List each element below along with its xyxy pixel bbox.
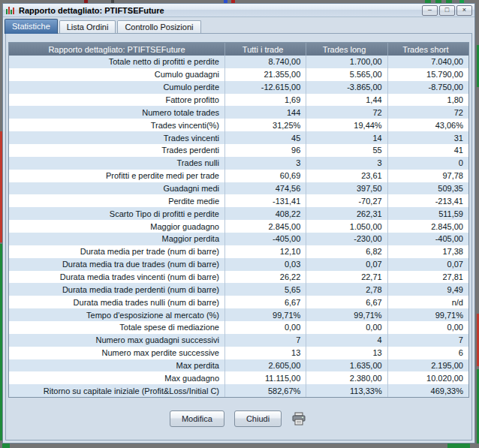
modifica-button[interactable]: Modifica bbox=[170, 410, 224, 427]
close-icon[interactable]: × bbox=[456, 5, 472, 16]
row-value: 72 bbox=[387, 106, 468, 119]
row-value: 2.605,00 bbox=[224, 359, 306, 372]
table-row: Maggior perdita-405,00-230,00-405,00 bbox=[9, 233, 468, 245]
row-label: Trades vincenti(%) bbox=[9, 119, 224, 131]
row-value: 6,67 bbox=[306, 296, 387, 308]
row-label: Max guadagno bbox=[9, 371, 224, 384]
row-value: 2.845,00 bbox=[387, 220, 468, 233]
table-row: Durata media tra due trades (num di barr… bbox=[9, 258, 468, 271]
row-label: Numero max perdite successive bbox=[9, 347, 224, 359]
row-value: 99,71% bbox=[306, 308, 387, 321]
table-row: Durata media trades nulli (num di barre)… bbox=[9, 296, 468, 308]
row-value: 8.740,00 bbox=[224, 56, 306, 68]
row-value: 0,07 bbox=[387, 258, 468, 271]
table-row: Trades vincenti451431 bbox=[9, 131, 468, 144]
row-label: Durata media trade perdenti (num di barr… bbox=[9, 283, 224, 296]
row-value: -213,41 bbox=[387, 194, 468, 207]
row-value: 397,50 bbox=[306, 182, 387, 195]
row-value: 27,81 bbox=[387, 271, 468, 284]
row-label: Maggior guadagno bbox=[9, 220, 224, 233]
row-label: Numero max guadagni successivi bbox=[9, 334, 224, 347]
table-row: Numero max perdite successive13136 bbox=[9, 347, 468, 359]
minimize-icon[interactable]: – bbox=[422, 5, 438, 16]
report-window: Rapporto dettagliato: PTIFTSEFuture – □ … bbox=[2, 3, 475, 443]
row-value: 31 bbox=[387, 131, 468, 144]
row-value: -131,41 bbox=[224, 194, 306, 207]
row-value: 2.845,00 bbox=[224, 220, 306, 233]
row-label: Scarto Tipo di profitti e perdite bbox=[9, 207, 224, 220]
table-row: Max perdita2.605,001.635,002.195,00 bbox=[9, 359, 468, 372]
footer: Modifica Chiudi bbox=[8, 398, 469, 440]
row-value: 0,00 bbox=[224, 321, 306, 334]
row-value: 21.355,00 bbox=[224, 68, 306, 81]
row-value: 7 bbox=[224, 334, 306, 347]
row-value: 511,59 bbox=[387, 207, 468, 220]
titlebar[interactable]: Rapporto dettagliato: PTIFTSEFuture – □ … bbox=[3, 4, 474, 17]
table-row: Guadagni medi474,56397,50509,35 bbox=[9, 182, 468, 195]
row-label: Totale netto di profitti e perdite bbox=[9, 56, 224, 68]
column-header: Trades short bbox=[387, 43, 468, 56]
chiudi-button[interactable]: Chiudi bbox=[234, 410, 282, 427]
table-row: Durata media trade perdenti (num di barr… bbox=[9, 283, 468, 296]
row-value: -8.750,00 bbox=[387, 81, 468, 94]
row-label: Maggior perdita bbox=[9, 233, 224, 245]
maximize-icon[interactable]: □ bbox=[439, 5, 455, 16]
table-row: Scarto Tipo di profitti e perdite408,222… bbox=[9, 207, 468, 220]
row-value: -405,00 bbox=[224, 233, 306, 245]
row-value: 99,71% bbox=[387, 308, 468, 321]
row-label: Guadagni medi bbox=[9, 182, 224, 195]
row-value: 1,44 bbox=[306, 94, 387, 107]
print-icon[interactable] bbox=[291, 411, 308, 426]
row-value: 113,33% bbox=[306, 384, 387, 397]
tab-controllo-posizioni[interactable]: Controllo Posizioni bbox=[117, 20, 200, 33]
row-label: Trades nulli bbox=[9, 157, 224, 170]
row-label: Totale spese di mediazione bbox=[9, 321, 224, 334]
row-value: 31,25% bbox=[224, 119, 306, 131]
row-value: -3.865,00 bbox=[306, 81, 387, 94]
table-row: Perdite medie-131,41-70,27-213,41 bbox=[9, 194, 468, 207]
row-value: 7 bbox=[387, 334, 468, 347]
table-body: Totale netto di profitti e perdite8.740,… bbox=[9, 56, 468, 397]
row-value: 96 bbox=[224, 144, 306, 157]
row-value: 144 bbox=[224, 106, 306, 119]
row-value: -12.615,00 bbox=[224, 81, 306, 94]
row-value: 2.195,00 bbox=[387, 359, 468, 372]
row-value: 6,82 bbox=[306, 245, 387, 258]
row-label: Perdite medie bbox=[9, 194, 224, 207]
row-value: 41 bbox=[387, 144, 468, 157]
table-row: Trades vincenti(%)31,25%19,44%43,06% bbox=[9, 119, 468, 131]
table-row: Totale netto di profitti e perdite8.740,… bbox=[9, 56, 468, 68]
row-value: 0,03 bbox=[224, 258, 306, 271]
row-value: 60,69 bbox=[224, 170, 306, 182]
table-header: Rapporto dettagliato: PTIFTSEFuture Tutt… bbox=[9, 43, 468, 56]
column-header: Trades long bbox=[306, 43, 387, 56]
row-value: 97,78 bbox=[387, 170, 468, 182]
row-value: 11.115,00 bbox=[224, 371, 306, 384]
row-value: 1.635,00 bbox=[306, 359, 387, 372]
row-label: Numero totale trades bbox=[9, 106, 224, 119]
row-label: Profitti e perdite medi per trade bbox=[9, 170, 224, 182]
row-value: 10.020,00 bbox=[387, 371, 468, 384]
row-value: 408,22 bbox=[224, 207, 306, 220]
tab-statistiche[interactable]: Statistiche bbox=[5, 19, 58, 34]
background-chart-fragment bbox=[447, 443, 470, 448]
table-row: Cumulo guadagni21.355,005.565,0015.790,0… bbox=[9, 68, 468, 81]
table-row: Tempo d'esposizione al mercato (%)99,71%… bbox=[9, 308, 468, 321]
row-value: 13 bbox=[306, 347, 387, 359]
row-value: -70,27 bbox=[306, 194, 387, 207]
tab-lista-ordini[interactable]: Lista Ordini bbox=[59, 20, 116, 33]
row-value: 469,33% bbox=[387, 384, 468, 397]
table-row: Fattore profitto1,691,441,80 bbox=[9, 94, 468, 107]
row-value: 1,80 bbox=[387, 94, 468, 107]
row-value: 23,61 bbox=[306, 170, 387, 182]
row-value: 1.700,00 bbox=[306, 56, 387, 68]
row-value: 99,71% bbox=[224, 308, 306, 321]
row-value: 14 bbox=[306, 131, 387, 144]
row-value: 43,06% bbox=[387, 119, 468, 131]
window-title: Rapporto dettagliato: PTIFTSEFuture bbox=[19, 6, 164, 15]
table-row: Totale spese di mediazione0,000,000,00 bbox=[9, 321, 468, 334]
row-value: 2,78 bbox=[306, 283, 387, 296]
row-label: Durata media trades vincenti (num di bar… bbox=[9, 271, 224, 284]
row-value: 2.380,00 bbox=[306, 371, 387, 384]
table-row: Cumulo perdite-12.615,00-3.865,00-8.750,… bbox=[9, 81, 468, 94]
